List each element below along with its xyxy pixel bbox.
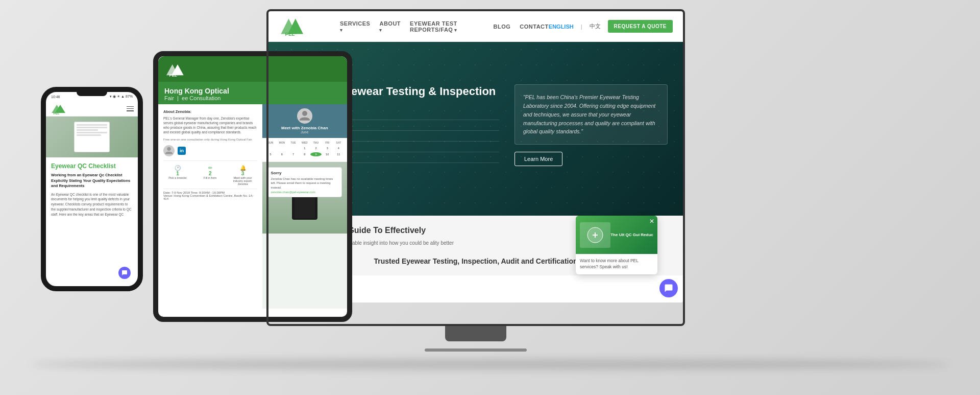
phone-doc-visual [74, 122, 110, 152]
popup-card: The Ult QC Gui Reduc ✕ Want to know more… [576, 216, 657, 274]
hero-right: "PEL has been China's Premier Eyewear Te… [514, 84, 668, 173]
svg-text:PEL: PEL [285, 31, 295, 37]
tablet-steps: 🕐 1 Pick a timeslot ✏ 2 Fill in form 🔔 3… [163, 160, 257, 185]
tablet-person-photo: Sorry Zenobia Chan has no available meet… [262, 162, 348, 234]
monitor-chat-button[interactable] [659, 279, 678, 297]
tablet-step-3: 🔔 3 Meet with your industry expert: Zeno… [229, 165, 257, 185]
tablet-header: PEL [158, 56, 347, 82]
tablet-sorry-email: zenobia.chan@pel-eyewear.com [271, 191, 339, 194]
tablet-about-zenobia: About Zenobia: [163, 109, 257, 114]
tablet-step-2: ✏ 2 Fill in form [196, 165, 225, 185]
popup-card-img-text: The Ult QC Gui Reduc [610, 232, 653, 238]
phone-article-subtitle: Working from an Eyewear Qc Checklist Exp… [51, 173, 133, 189]
svg-point-7 [302, 111, 307, 116]
nav-blog[interactable]: BLOG [494, 24, 511, 30]
tablet-left-col: About Zenobia: PEL's General Manager fro… [158, 104, 262, 309]
svg-point-6 [167, 147, 170, 150]
tablet-consult-note: Free one-on-one consultation only during… [163, 137, 257, 142]
hero-quote-box: "PEL has been China's Premier Eyewear Te… [514, 84, 668, 145]
hero-quote-text: "PEL has been China's Premier Eyewear Te… [523, 93, 659, 136]
popup-body-text: Want to know more about PEL services? Sp… [580, 258, 653, 270]
learn-more-button[interactable]: Learn More [514, 152, 562, 166]
tablet-title-bar: Hong Kong Optical Fair | ee Consultation [158, 82, 347, 104]
request-quote-button[interactable]: REQUEST A QUOTE [608, 20, 673, 33]
phone-notch [77, 92, 107, 96]
tablet-logo: PEL [164, 60, 192, 78]
tablet-meet-header: Meet with Zenobia Chan June [262, 104, 348, 138]
phone-article-body: An Eyewear QC checklist is one of the mo… [51, 192, 133, 217]
tablet-about-text: PEL's General Manager from day one, Zeno… [163, 116, 257, 134]
phone-status-icons: ▾ ◉ ☀ ▲ 87% [110, 95, 133, 99]
website-navbar: PEL SERVICES ABOUT EYEWEAR TEST REPORTS/… [268, 11, 683, 42]
nav-contact[interactable]: CONTACT [520, 24, 548, 30]
phone-content: Eyewear QC Checklist Working from an Eye… [46, 157, 138, 222]
popup-close-button[interactable]: ✕ [649, 218, 654, 225]
tablet-hk-title: Hong Kong Optical [164, 87, 341, 95]
phone-time: 10:46 [51, 95, 60, 99]
nav-right: ENGLISH | 中文 REQUEST A QUOTE [549, 20, 673, 33]
tablet-body: About Zenobia: PEL's General Manager fro… [158, 104, 347, 309]
svg-text:PEL: PEL [54, 111, 60, 114]
phone-article-title: Eyewear QC Checklist [51, 162, 133, 170]
tablet-sorry-overlay: Sorry Zenobia Chan has no available meet… [267, 167, 342, 197]
popup-card-image: The Ult QC Gui Reduc ✕ [576, 216, 657, 254]
lang-english[interactable]: ENGLISH [549, 24, 574, 30]
tablet-device: PEL Hong Kong Optical Fair | ee Consulta… [153, 51, 352, 322]
devices-shadow [31, 359, 949, 369]
nav-services[interactable]: SERVICES [340, 20, 370, 33]
tablet-screen: PEL Hong Kong Optical Fair | ee Consulta… [158, 56, 347, 317]
monitor-stand [445, 326, 506, 341]
popup-card-body: Want to know more about PEL services? Sp… [576, 254, 657, 274]
tablet-hk-sub: Fair | ee Consultation [164, 95, 341, 101]
website-logo: PEL [279, 15, 320, 38]
tablet-linkedin-icon[interactable]: in [178, 147, 186, 155]
tablet-right-col: Meet with Zenobia Chan June SUN MON TUE … [262, 104, 348, 309]
phone-logo: PEL [50, 103, 70, 115]
phone-screen: 10:46 ▾ ◉ ☀ ▲ 87% PEL [46, 92, 138, 286]
tablet-meet-sub: June [266, 130, 344, 134]
nav-links: SERVICES ABOUT EYEWEAR TEST REPORTS/FAQ … [340, 20, 549, 33]
monitor-base [425, 348, 527, 352]
nav-about[interactable]: ABOUT [379, 20, 401, 33]
tablet-avatar [163, 145, 175, 156]
nav-reports[interactable]: EYEWEAR TEST REPORTS/FAQ [410, 20, 484, 33]
phone-chat-button[interactable] [118, 267, 131, 279]
tablet-meet-title: Meet with Zenobia Chan [266, 126, 344, 130]
tablet-calendar: SUN MON TUE WED THU FRI SAT 1 2 [262, 138, 348, 162]
tablet-step-1: 🕐 1 Pick a timeslot [163, 165, 192, 185]
phone-menu-icon[interactable] [127, 106, 134, 111]
phone-navbar: PEL [46, 101, 138, 117]
tablet-sorry-text: Zenobia Chan has no available meeting ti… [271, 177, 339, 190]
phone-hero-image [46, 117, 138, 157]
svg-text:PEL: PEL [169, 73, 177, 78]
lang-chinese[interactable]: 中文 [590, 22, 601, 30]
tablet-venue-line: Venue: Hong Kong Convention & Exhibition… [163, 194, 257, 200]
phone-device: 10:46 ▾ ◉ ☀ ▲ 87% PEL [41, 87, 143, 291]
